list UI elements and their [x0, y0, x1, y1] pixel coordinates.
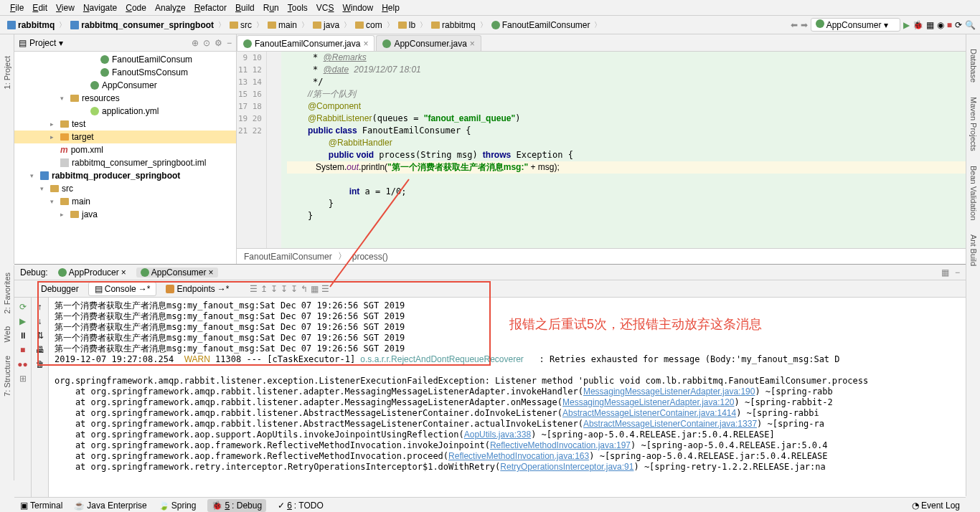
menu-edit[interactable]: Edit	[28, 3, 52, 13]
layout-icon2[interactable]: ⊞	[19, 374, 27, 384]
tree-item-target[interactable]: ▸target	[14, 131, 236, 143]
tool-maven[interactable]: Maven Projects	[969, 97, 978, 151]
breadcrumb-src[interactable]: src	[227, 20, 255, 30]
step-icon7[interactable]: ▦	[311, 284, 319, 294]
tool-ant[interactable]: Ant Build	[969, 234, 978, 266]
step-icon5[interactable]: ↧	[291, 284, 298, 294]
close-tab-icon[interactable]: ×	[363, 39, 368, 49]
breadcrumb-com[interactable]: com	[352, 20, 385, 30]
layout-icon[interactable]: ▦	[941, 267, 949, 278]
menu-navigate[interactable]: Navigate	[79, 3, 121, 13]
console-output[interactable]: 第一个消费者获取生产者消息msg:my_fanout_msg:Sat Dec 0…	[49, 298, 966, 497]
tree-item-java[interactable]: ▸java	[14, 208, 236, 221]
subtab-endpoints[interactable]: Endpoints →*	[159, 282, 235, 296]
tree-item-FanoutEamilConsum[interactable]: FanoutEamilConsum	[14, 53, 236, 66]
tool-spring[interactable]: 🍃 Spring	[159, 499, 197, 512]
clear-icon[interactable]: 🗑	[36, 359, 44, 369]
tree-item-main[interactable]: ▾main	[14, 195, 236, 208]
close-tab-icon[interactable]: ×	[470, 39, 475, 49]
breadcrumb-main[interactable]: main	[265, 20, 300, 30]
menu-run[interactable]: Run	[259, 3, 283, 13]
settings-icon[interactable]: ⚙	[215, 38, 222, 48]
menu-refactor[interactable]: Refactor	[190, 3, 231, 13]
tree-item-rabbitmq_consumer_springboot.iml[interactable]: rabbitmq_consumer_springboot.iml	[14, 156, 236, 169]
down-icon[interactable]: ↓	[38, 316, 42, 326]
tree-item-src[interactable]: ▾src	[14, 182, 236, 195]
pause-icon[interactable]: ⏸	[19, 331, 27, 341]
step-icon8[interactable]: ☰	[321, 284, 329, 294]
menu-window[interactable]: Window	[338, 3, 377, 13]
tree-item-application.yml[interactable]: application.yml	[14, 105, 236, 118]
tool-web[interactable]: Web	[3, 326, 11, 342]
wrap-icon[interactable]: ⇅	[37, 331, 44, 341]
breadcrumb-lb[interactable]: lb	[395, 20, 418, 30]
tool-bean[interactable]: Bean Validation	[969, 166, 978, 220]
run-config-dropdown[interactable]: AppConsumer ▾	[811, 18, 900, 32]
collapse-icon[interactable]: ⊕	[192, 38, 199, 48]
subtab-debugger[interactable]: Debugger	[34, 282, 85, 296]
stop-button[interactable]: ■	[947, 20, 952, 30]
tool-terminal[interactable]: ▣ Terminal	[20, 499, 62, 512]
tool-favorites[interactable]: 2: Favorites	[3, 272, 11, 313]
breadcrumb-rabbitmq_consumer_springboot[interactable]: rabbitmq_consumer_springboot	[67, 20, 217, 30]
locate-icon[interactable]: ⊙	[203, 38, 210, 48]
tool-project[interactable]: 1: Project	[3, 56, 11, 89]
step-icon6[interactable]: ↰	[301, 284, 308, 294]
code-content[interactable]: * @Remarks * @date 2019/12/07 18:01 */ /…	[281, 52, 980, 248]
run-button[interactable]: ▶	[903, 20, 910, 30]
menu-analyze[interactable]: Analyze	[151, 3, 190, 13]
stop-icon[interactable]: ■	[20, 345, 25, 355]
coverage-button[interactable]: ▦	[926, 20, 934, 30]
project-tree[interactable]: FanoutEamilConsumFanoutSmsConsumAppConsu…	[14, 52, 236, 264]
debug-tab-producer[interactable]: AppProducer ×	[54, 267, 131, 278]
tree-item-test[interactable]: ▸test	[14, 118, 236, 131]
tree-item-AppConsumer[interactable]: AppConsumer	[14, 79, 236, 92]
tool-structure[interactable]: 7: Structure	[3, 356, 11, 397]
forward-icon[interactable]: ➡	[801, 20, 808, 30]
editor-tab-FanoutEamilConsumer.java[interactable]: FanoutEamilConsumer.java ×	[237, 35, 374, 51]
step-icon3[interactable]: ↧	[270, 284, 278, 294]
menu-tools[interactable]: Tools	[283, 3, 312, 13]
breadcrumb-FanoutEamilConsumer[interactable]: FanoutEamilConsumer	[489, 20, 593, 30]
menu-file[interactable]: File	[6, 3, 28, 13]
print-icon[interactable]: 🖶	[36, 345, 44, 355]
tool-todo[interactable]: ✓ 6: TODO	[278, 499, 324, 512]
hide-debug-icon[interactable]: −	[955, 267, 960, 278]
back-icon[interactable]: ⬅	[791, 20, 798, 30]
breakpoints-icon[interactable]: ●●	[17, 359, 28, 369]
event-log[interactable]: ◔ Event Log	[912, 501, 960, 511]
editor-tab-AppConsumer.java[interactable]: AppConsumer.java ×	[376, 35, 481, 51]
menu-view[interactable]: View	[52, 3, 79, 13]
breadcrumb-java[interactable]: java	[310, 20, 342, 30]
update-button[interactable]: ⟳	[955, 20, 962, 30]
tool-debug[interactable]: 🐞 5: Debug	[207, 499, 266, 512]
crumb-method[interactable]: process()	[352, 252, 388, 262]
up-icon[interactable]: ↑	[38, 302, 42, 312]
breadcrumb-rabbitmq[interactable]: rabbitmq	[428, 20, 479, 30]
hide-icon[interactable]: −	[227, 38, 232, 48]
search-icon[interactable]: 🔍	[965, 20, 976, 30]
breadcrumb-rabbitmq[interactable]: rabbitmq	[4, 20, 57, 30]
tree-item-pom.xml[interactable]: mpom.xml	[14, 143, 236, 156]
tree-item-resources[interactable]: ▾resources	[14, 92, 236, 105]
menu-code[interactable]: Code	[121, 3, 151, 13]
editor-body[interactable]: 9 10 11 12 13 14 15 16 17 18 19 20 21 22…	[237, 52, 980, 248]
step-icon4[interactable]: ↧	[281, 284, 288, 294]
step-icon2[interactable]: ↥	[260, 284, 268, 294]
profile-button[interactable]: ◉	[937, 20, 944, 30]
step-icon[interactable]: ☰	[250, 284, 258, 294]
tree-item-FanoutSmsConsum[interactable]: FanoutSmsConsum	[14, 66, 236, 79]
menu-help[interactable]: Help	[377, 3, 404, 13]
debug-button[interactable]: 🐞	[913, 20, 923, 30]
rerun-icon[interactable]: ⟳	[19, 302, 27, 312]
resume-icon[interactable]: ▶	[19, 316, 26, 326]
tool-database[interactable]: Database	[969, 49, 978, 82]
tree-item-rabbitmq_producer_springboot[interactable]: ▾rabbitmq_producer_springboot	[14, 169, 236, 182]
run-config-name: AppConsumer	[826, 20, 882, 30]
menu-build[interactable]: Build	[231, 3, 259, 13]
tool-java-ee[interactable]: ☕ Java Enterprise	[74, 499, 146, 512]
debug-tab-consumer[interactable]: AppConsumer ×	[136, 267, 218, 278]
menu-vcs[interactable]: VCS	[312, 3, 339, 13]
subtab-console[interactable]: ▤ Console →*	[88, 282, 157, 296]
crumb-class[interactable]: FanoutEamilConsumer	[244, 252, 332, 262]
